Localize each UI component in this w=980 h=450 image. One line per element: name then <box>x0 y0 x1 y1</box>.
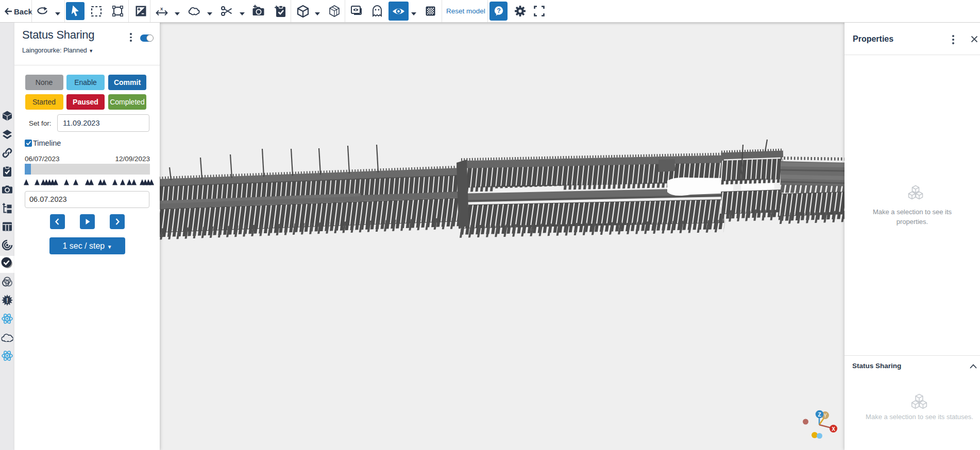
svg-text:Y: Y <box>823 413 827 419</box>
svg-text:Z: Z <box>818 412 821 418</box>
svg-text:Back: Back <box>14 7 33 16</box>
svg-text:?: ? <box>497 7 501 14</box>
svg-text:X: X <box>832 426 835 432</box>
svg-text:x: x <box>160 6 163 11</box>
